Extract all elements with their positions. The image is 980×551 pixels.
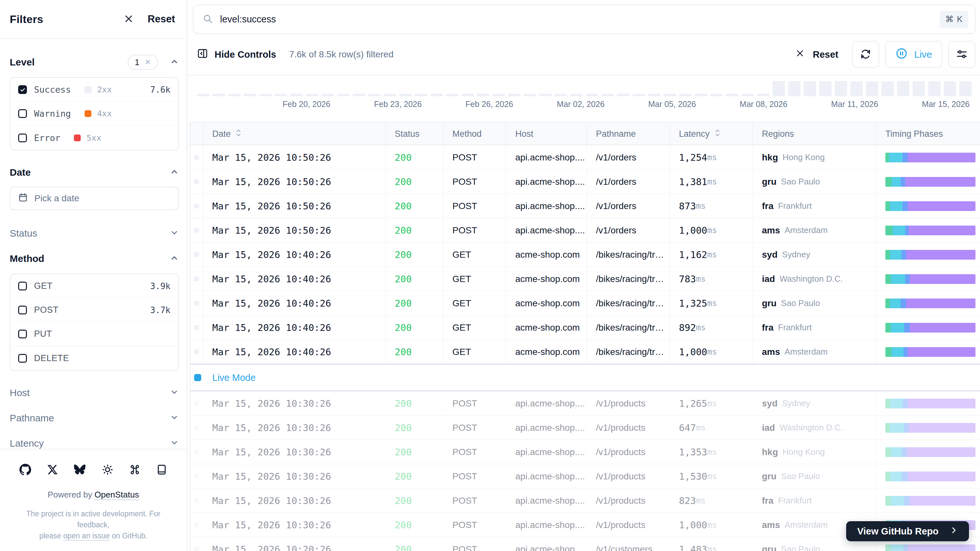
checkbox-unchecked[interactable]: [18, 134, 27, 142]
histogram-bar[interactable]: [477, 94, 489, 96]
sort-icon[interactable]: [714, 129, 721, 139]
histogram-bar[interactable]: [819, 81, 832, 96]
histogram-bar[interactable]: [617, 94, 629, 96]
book-link[interactable]: [156, 464, 167, 475]
row-select-cell[interactable]: [190, 291, 203, 315]
log-row[interactable]: Mar 15, 2026 10:40:26200GETacme-shop.com…: [190, 340, 980, 364]
x-link[interactable]: [47, 464, 58, 475]
table-reset-button[interactable]: Reset: [795, 49, 838, 60]
histogram-bar[interactable]: [959, 81, 972, 96]
section-header-level[interactable]: Level 1: [10, 52, 179, 73]
histogram-bars[interactable]: [197, 80, 980, 96]
log-row[interactable]: Mar 15, 2026 10:40:26200GETacme-shop.com…: [190, 291, 980, 315]
histogram-bar[interactable]: [944, 81, 956, 96]
live-mode-row[interactable]: Live Mode: [190, 364, 980, 391]
histogram-bar[interactable]: [337, 94, 349, 96]
row-select-cell[interactable]: [190, 513, 203, 537]
histogram-bar[interactable]: [508, 94, 520, 96]
view-github-repo-button[interactable]: View GitHub Repo: [846, 521, 969, 541]
row-select-checkbox[interactable]: [194, 401, 199, 406]
histogram-bar[interactable]: [850, 81, 863, 96]
level-option-error[interactable]: Error5xx: [10, 126, 178, 150]
histogram-bar[interactable]: [804, 81, 816, 96]
histogram-bar[interactable]: [913, 81, 925, 96]
row-select-checkbox[interactable]: [194, 228, 199, 233]
histogram-bar[interactable]: [321, 94, 334, 96]
row-select-cell[interactable]: [190, 464, 203, 489]
histogram-bar[interactable]: [633, 94, 645, 96]
open-issue-link[interactable]: open an issue: [63, 532, 110, 540]
row-select-checkbox[interactable]: [194, 425, 199, 430]
histogram-bar[interactable]: [726, 94, 738, 96]
histogram-bar[interactable]: [259, 94, 272, 96]
histogram-bar[interactable]: [524, 94, 536, 96]
histogram-bar[interactable]: [648, 94, 660, 96]
row-select-cell[interactable]: [190, 267, 203, 291]
row-select-cell[interactable]: [190, 218, 203, 242]
histogram-bar[interactable]: [928, 81, 940, 96]
histogram-bar[interactable]: [368, 94, 380, 96]
checkbox-unchecked[interactable]: [18, 282, 27, 290]
histogram-bar[interactable]: [461, 94, 474, 96]
row-select-checkbox[interactable]: [194, 179, 199, 184]
histogram-bar[interactable]: [555, 94, 567, 96]
date-picker-trigger[interactable]: Pick a date: [10, 187, 179, 210]
histogram-bar[interactable]: [197, 94, 209, 96]
method-option-get[interactable]: GET3.9k: [10, 274, 178, 298]
refresh-button[interactable]: [852, 41, 879, 68]
row-select-checkbox[interactable]: [194, 155, 199, 160]
filters-reset-button[interactable]: Reset: [148, 13, 175, 25]
histogram-bar[interactable]: [493, 94, 505, 96]
log-row[interactable]: Mar 15, 2026 10:30:26200POSTapi.acme-sho…: [190, 416, 980, 440]
row-select-checkbox[interactable]: [194, 547, 199, 551]
column-header-latency[interactable]: Latency: [670, 123, 753, 145]
column-header-date[interactable]: Date: [203, 123, 386, 145]
histogram-bar[interactable]: [679, 94, 692, 96]
method-option-put[interactable]: PUT: [10, 322, 178, 346]
sun-link[interactable]: [102, 464, 113, 476]
histogram-bar[interactable]: [601, 94, 614, 96]
close-filters-button[interactable]: [124, 14, 134, 25]
histogram-bar[interactable]: [446, 94, 458, 96]
log-row[interactable]: Mar 15, 2026 10:50:26200POSTapi.acme-sho…: [190, 218, 980, 242]
row-select-checkbox[interactable]: [194, 522, 199, 527]
row-select-checkbox[interactable]: [194, 204, 199, 209]
row-select-checkbox[interactable]: [194, 325, 199, 330]
row-select-checkbox[interactable]: [194, 498, 199, 503]
checkbox-unchecked[interactable]: [18, 330, 27, 338]
log-row[interactable]: Mar 15, 2026 10:30:26200POSTapi.acme-sho…: [190, 391, 980, 416]
log-row[interactable]: Mar 15, 2026 10:30:26200POSTapi.acme-sho…: [190, 489, 980, 513]
histogram-bar[interactable]: [570, 94, 583, 96]
histogram-bar[interactable]: [244, 94, 256, 96]
section-header-method[interactable]: Method: [10, 248, 179, 269]
checkbox-checked[interactable]: [18, 85, 27, 94]
openstatus-link[interactable]: OpenStatus: [95, 490, 139, 500]
histogram-bar[interactable]: [539, 94, 552, 96]
checkbox-unchecked[interactable]: [18, 306, 27, 314]
log-row[interactable]: Mar 15, 2026 10:50:26200POSTapi.acme-sho…: [190, 145, 980, 169]
log-row[interactable]: Mar 15, 2026 10:40:26200GETacme-shop.com…: [190, 315, 980, 340]
log-row[interactable]: Mar 15, 2026 10:30:26200POSTapi.acme-sho…: [190, 464, 980, 489]
level-option-warning[interactable]: Warning4xx: [10, 102, 178, 126]
row-select-checkbox[interactable]: [194, 277, 199, 281]
row-select-cell[interactable]: [190, 340, 203, 364]
histogram-bar[interactable]: [306, 94, 318, 96]
checkbox-unchecked[interactable]: [18, 354, 27, 363]
section-header-pathname[interactable]: Pathname: [10, 408, 179, 428]
histogram-bar[interactable]: [757, 94, 769, 96]
row-select-cell[interactable]: [190, 194, 203, 218]
level-option-success[interactable]: Success2xx7.6k: [10, 78, 178, 102]
histogram-bar[interactable]: [228, 94, 240, 96]
histogram-bar[interactable]: [695, 94, 707, 96]
histogram-bar[interactable]: [213, 94, 225, 96]
row-select-cell[interactable]: [190, 440, 203, 464]
row-select-checkbox[interactable]: [194, 349, 199, 354]
log-row[interactable]: Mar 15, 2026 10:30:26200POSTapi.acme-sho…: [190, 440, 980, 464]
histogram-bar[interactable]: [275, 94, 287, 96]
checkbox-unchecked[interactable]: [18, 109, 27, 118]
section-header-status[interactable]: Status: [10, 223, 179, 244]
log-row[interactable]: Mar 15, 2026 10:50:26200POSTapi.acme-sho…: [190, 194, 980, 218]
histogram-bar[interactable]: [741, 94, 754, 96]
github-link[interactable]: [19, 464, 31, 476]
row-select-checkbox[interactable]: [194, 474, 199, 479]
